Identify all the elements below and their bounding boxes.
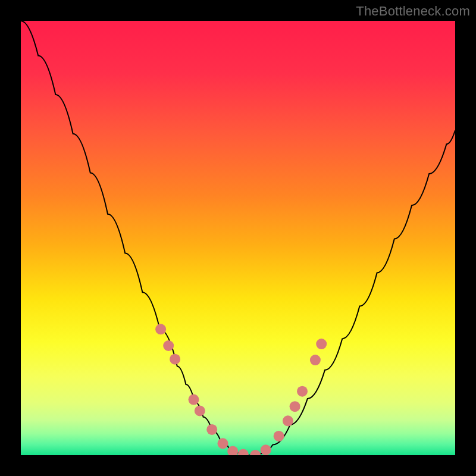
data-point [170, 354, 180, 365]
curve-layer [21, 21, 455, 455]
data-point [290, 401, 300, 412]
bottleneck-curve [21, 21, 455, 455]
data-point [316, 339, 327, 349]
data-point [261, 444, 271, 455]
plot-area [21, 21, 455, 455]
data-point [297, 386, 308, 397]
data-point [310, 355, 321, 365]
chart-frame: TheBottleneck.com [0, 0, 476, 476]
data-markers [155, 324, 327, 455]
data-point [206, 424, 217, 435]
watermark-label: TheBottleneck.com [356, 4, 470, 19]
data-point [155, 324, 166, 334]
data-point [238, 449, 249, 456]
data-point [163, 340, 174, 351]
data-point [189, 394, 199, 405]
data-point [274, 431, 284, 441]
data-point [250, 450, 261, 455]
data-point [283, 415, 293, 426]
data-point [195, 406, 205, 416]
data-point [218, 438, 228, 449]
